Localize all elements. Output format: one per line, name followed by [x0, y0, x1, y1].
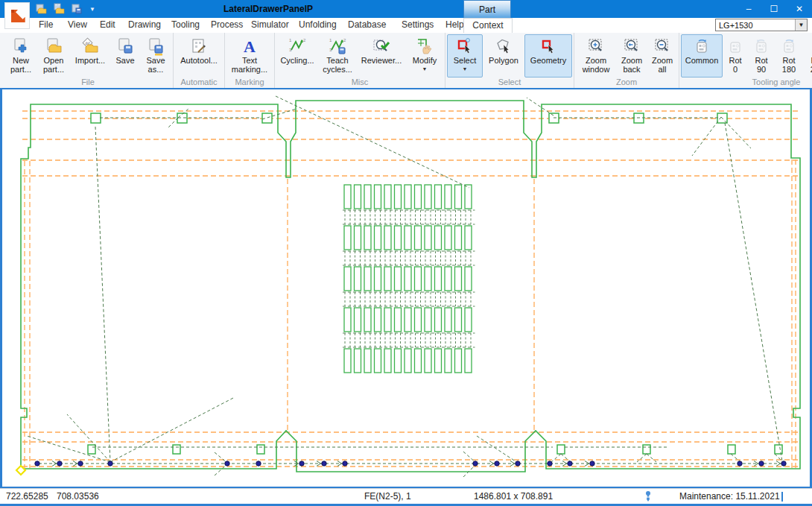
cycling-icon: 123 [288, 37, 307, 56]
window-title: LateralDrawerPanelP [201, 0, 335, 18]
maximize-button[interactable]: ☐ [761, 0, 787, 18]
rot-180-button[interactable]: Rot 180 [775, 34, 803, 78]
rot-270-button[interactable]: Rot 270 [803, 34, 812, 78]
button-label: Zoom window [579, 57, 613, 75]
ribbon-group-label: Misc [276, 78, 443, 88]
ribbon-group-tooling-angle: CommonRot 0Rot 90Rot 180Rot 270Modify...… [679, 33, 812, 88]
svg-text:1: 1 [289, 38, 292, 42]
button-label: Geometry [530, 57, 566, 66]
import-icon: dxf [80, 37, 100, 56]
quick-access-toolbar: ▼ [34, 2, 95, 16]
zoom-window-button[interactable]: Zoom window [576, 34, 616, 78]
geometry-button[interactable]: Geometry [524, 34, 572, 78]
menu-item-settings[interactable]: Settings [397, 18, 438, 32]
status-separator [781, 492, 783, 502]
machine-selector[interactable]: LG+1530 ▼ [715, 19, 808, 31]
button-label: Zoom back [619, 57, 644, 75]
teach-cycles-icon: 123 [328, 37, 347, 56]
ribbon-group-label: Zoom [576, 78, 677, 88]
ribbon-group-misc: 123Cycling...123Teach cycles...Reviewer.… [275, 33, 445, 88]
button-label: Teach cycles... [321, 57, 354, 75]
menu-item-unfolding[interactable]: Unfolding [294, 18, 341, 32]
menu-item-simulator[interactable]: Simulator [247, 18, 294, 32]
machine-selector-value: LG+1530 [716, 21, 795, 30]
zoom-all-button[interactable]: Zoom all [647, 34, 677, 78]
svg-text:2: 2 [343, 38, 346, 42]
save-as-button[interactable]: Save as... [140, 34, 171, 78]
common-icon [692, 37, 711, 56]
menu-item-file[interactable]: File [34, 18, 57, 32]
maintenance-icon [644, 490, 653, 505]
button-label: Zoom all [650, 57, 674, 75]
zoom-window-icon [586, 37, 606, 56]
save-as-icon [146, 37, 165, 56]
button-label: Save as... [143, 57, 168, 75]
ribbon-group-label: Tooling angle [681, 78, 812, 88]
common-button[interactable]: Common [681, 34, 723, 78]
qat-save-icon[interactable] [70, 2, 83, 16]
menu-item-database[interactable]: Database [343, 18, 390, 32]
ribbon-group-label: Automatic [175, 78, 223, 88]
select-button[interactable]: Select▼ [447, 34, 483, 78]
rot-90-button[interactable]: Rot 90 [748, 34, 775, 78]
ribbon-group-marking: AText marking...Marking [225, 33, 275, 88]
modify-button[interactable]: Modify▼ [406, 34, 443, 78]
menu-item-view[interactable]: View [63, 18, 92, 32]
button-label: Import... [75, 57, 105, 66]
machine-selector-dropdown-icon[interactable]: ▼ [795, 19, 807, 31]
menu-item-context[interactable]: Context [463, 18, 513, 34]
save-icon [115, 37, 135, 56]
minimize-button[interactable]: – [736, 0, 761, 18]
button-label: Rot 0 [726, 57, 745, 75]
window-controls: – ☐ ✕ [736, 0, 812, 18]
menu-item-process[interactable]: Process [206, 18, 247, 32]
dropdown-caret-icon[interactable]: ▼ [463, 66, 468, 72]
ribbon-group-label: File [4, 78, 171, 88]
button-label: Rot 270 [806, 57, 812, 75]
import-button[interactable]: dxfImport... [70, 34, 110, 78]
close-button[interactable]: ✕ [787, 0, 812, 18]
button-label: Reviewer... [361, 57, 402, 66]
text-marking-icon: A [240, 37, 259, 56]
ribbon-group-zoom: Zoom windowZoom backZoom allZoom [574, 33, 679, 88]
status-bar: 722.65285 708.03536 FE(N2-5), 1 1486.801… [0, 488, 812, 506]
menu-item-edit[interactable]: Edit [95, 18, 120, 32]
dropdown-caret-icon[interactable]: ▼ [422, 66, 428, 72]
autotool-button[interactable]: Autotool... [175, 34, 223, 78]
qat-open-special-icon[interactable] [52, 2, 66, 16]
button-label: Rot 90 [751, 57, 772, 75]
part-drawing[interactable] [2, 89, 810, 487]
menu-item-tooling[interactable]: Tooling [167, 18, 204, 32]
svg-text:2: 2 [303, 38, 306, 42]
ribbon-group-file: New part...Open part...dxfImport...SaveS… [3, 33, 174, 88]
drawing-canvas[interactable] [0, 88, 812, 488]
polygon-icon [494, 37, 513, 56]
rot-0-button[interactable]: Rot 0 [723, 34, 748, 78]
modify-hand-icon [415, 37, 434, 56]
button-label: New part... [7, 57, 34, 75]
new-part-icon [11, 37, 31, 56]
qat-open-icon[interactable] [34, 2, 48, 16]
cycling-button[interactable]: 123Cycling... [276, 34, 318, 78]
app-logo-icon[interactable] [4, 2, 30, 29]
zoom-back-button[interactable]: Zoom back [616, 34, 647, 78]
button-label: Common [685, 57, 719, 66]
qat-customize-caret-icon[interactable]: ▼ [89, 6, 95, 13]
reviewer-button[interactable]: Reviewer... [357, 34, 406, 78]
open-part-button[interactable]: Open part... [37, 34, 70, 78]
button-label: Text marking... [229, 57, 270, 75]
menu-item-drawing[interactable]: Drawing [124, 18, 165, 32]
contextual-tab-part[interactable]: Part [463, 0, 511, 18]
zoom-back-icon [622, 37, 641, 56]
rot0-icon [726, 37, 745, 56]
svg-text:1: 1 [329, 38, 332, 42]
polygon-button[interactable]: Polygon [483, 34, 524, 78]
new-part-button[interactable]: New part... [4, 34, 37, 78]
menu-bar: LG+1530 ▼ FileViewEditDrawingToolingProc… [0, 18, 812, 34]
text-marking-button[interactable]: AText marking... [226, 34, 273, 78]
reviewer-icon [372, 37, 391, 56]
button-label: Rot 180 [778, 57, 800, 75]
save-button[interactable]: Save [110, 34, 140, 78]
teach-cycles-button[interactable]: 123Teach cycles... [318, 34, 357, 78]
button-label: Cycling... [280, 57, 314, 66]
